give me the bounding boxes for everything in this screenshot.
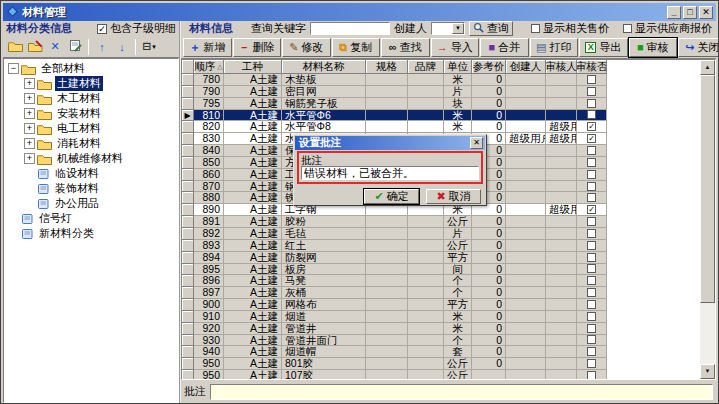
row-selector-cell[interactable]: [182, 169, 194, 181]
tree-item[interactable]: +安装材料: [4, 106, 178, 121]
ok-button[interactable]: ✔ 确定: [364, 189, 419, 204]
vertical-scrollbar[interactable]: ▲ ▼: [700, 60, 715, 379]
column-header-auditor[interactable]: 审核人: [546, 60, 577, 74]
move-up-button[interactable]: ↑: [92, 38, 112, 56]
audited-checkbox[interactable]: [587, 182, 596, 191]
collapse-icon[interactable]: −: [8, 63, 19, 74]
audited-checkbox[interactable]: [587, 158, 596, 167]
table-row[interactable]: 950A土建801胶公斤0: [182, 358, 607, 370]
maximize-button[interactable]: □: [683, 6, 697, 19]
关闭-button[interactable]: ↪关闭: [678, 38, 719, 57]
dialog-close-icon[interactable]: ✕: [470, 137, 483, 149]
audited-checkbox[interactable]: [587, 312, 596, 321]
audited-checkbox[interactable]: [587, 146, 596, 155]
row-selector-cell[interactable]: [182, 287, 194, 299]
expand-icon[interactable]: +: [24, 153, 35, 164]
audited-checkbox[interactable]: [587, 75, 596, 84]
cancel-button[interactable]: ✖ 取消: [426, 189, 481, 204]
tree-item[interactable]: +电工材料: [4, 121, 178, 136]
scroll-up-icon[interactable]: ▲: [700, 60, 715, 75]
audited-checkbox[interactable]: [587, 99, 596, 108]
audited-checkbox[interactable]: [587, 347, 596, 356]
creator-dropdown[interactable]: ▼: [431, 22, 465, 35]
row-selector-cell[interactable]: [182, 86, 194, 98]
tree-item[interactable]: 装饰材料: [4, 181, 178, 196]
查找-button[interactable]: ∞查找: [381, 38, 430, 57]
expand-icon[interactable]: +: [24, 138, 35, 149]
row-selector-cell[interactable]: [182, 216, 194, 228]
tree-item[interactable]: +机械维修材料: [4, 151, 178, 166]
row-selector-cell[interactable]: [182, 74, 194, 86]
audited-checkbox[interactable]: [587, 170, 596, 179]
audited-checkbox[interactable]: [587, 205, 596, 214]
search-button[interactable]: 查询: [469, 21, 513, 36]
audited-checkbox[interactable]: [587, 276, 596, 285]
column-header-job[interactable]: 工种: [224, 60, 282, 74]
审核-button[interactable]: ■审核: [629, 38, 678, 57]
column-header-name[interactable]: 材料名称: [282, 60, 366, 74]
column-header-spec[interactable]: 规格: [366, 60, 408, 74]
column-header-brand[interactable]: 品牌: [408, 60, 444, 74]
audited-checkbox[interactable]: [587, 122, 596, 131]
comment-dialog-titlebar[interactable]: 设置批注 ✕: [295, 136, 485, 150]
table-row[interactable]: 790A土建密目网片0: [182, 86, 607, 98]
audited-checkbox[interactable]: [587, 253, 596, 262]
row-selector-cell[interactable]: [182, 145, 194, 157]
audited-checkbox[interactable]: [587, 324, 596, 333]
row-selector-cell[interactable]: [182, 370, 194, 380]
minimize-button[interactable]: _: [667, 6, 681, 19]
table-row[interactable]: 920A土建管道井米0: [182, 323, 607, 335]
show-price-checkbox[interactable]: [531, 24, 540, 33]
table-row[interactable]: 893A土建红土公斤0: [182, 240, 607, 252]
audited-checkbox[interactable]: [587, 87, 596, 96]
dropdown-caret-icon[interactable]: ▾: [152, 43, 156, 51]
table-row[interactable]: 930A土建管道井面门个0: [182, 335, 607, 347]
复制-button[interactable]: ⧉复制: [332, 38, 381, 57]
table-row[interactable]: 940A土建烟道帽套0: [182, 346, 607, 358]
keyword-input[interactable]: [310, 22, 390, 35]
table-row[interactable]: 891A土建胶粉公斤0: [182, 216, 607, 228]
edit-category-button[interactable]: [25, 38, 45, 56]
audited-checkbox[interactable]: [587, 288, 596, 297]
打印-button[interactable]: ▤打印: [530, 38, 579, 57]
tree-levels-button[interactable]: ⊟▾: [139, 38, 159, 56]
include-children-checkbox[interactable]: [97, 24, 107, 34]
row-selector-cell[interactable]: [182, 252, 194, 264]
column-header-seq[interactable]: 顺序△: [194, 60, 224, 74]
导出-button[interactable]: X导出: [579, 38, 628, 57]
audited-checkbox[interactable]: [587, 229, 596, 238]
row-selector-cell[interactable]: [182, 240, 194, 252]
row-selector-cell[interactable]: [182, 204, 194, 216]
audited-checkbox[interactable]: [587, 335, 596, 344]
scrollbar-thumb[interactable]: [700, 75, 715, 303]
expand-icon[interactable]: +: [24, 123, 35, 134]
table-row[interactable]: 894A土建防裂网平方0: [182, 252, 607, 264]
新增-button[interactable]: ＋新增: [183, 38, 232, 57]
audited-checkbox[interactable]: [587, 241, 596, 250]
scroll-down-icon[interactable]: ▼: [700, 364, 715, 379]
row-selector-cell[interactable]: [182, 157, 194, 169]
table-row[interactable]: 900A土建网格布平方0: [182, 299, 607, 311]
column-header-creator[interactable]: 创建人: [506, 60, 546, 74]
note-bar-input[interactable]: [210, 384, 713, 400]
show-supplier-checkbox[interactable]: [623, 24, 632, 33]
tree-item[interactable]: +土建材料: [4, 76, 178, 91]
修改-button[interactable]: ✎修改: [282, 38, 331, 57]
comment-input[interactable]: [301, 166, 479, 180]
导入-button[interactable]: →导入: [431, 38, 480, 57]
expand-icon[interactable]: +: [24, 108, 35, 119]
tree-item[interactable]: +木工材料: [4, 91, 178, 106]
expand-icon[interactable]: +: [24, 93, 35, 104]
expand-icon[interactable]: +: [24, 78, 35, 89]
row-selector-cell[interactable]: [182, 299, 194, 311]
audited-checkbox[interactable]: [587, 264, 596, 273]
合并-button[interactable]: ■合并: [480, 38, 529, 57]
table-row[interactable]: 897A土建灰桶个0: [182, 287, 607, 299]
add-category-button[interactable]: [5, 38, 25, 56]
row-selector-cell[interactable]: [182, 133, 194, 145]
table-row[interactable]: 910A土建烟道米0: [182, 311, 607, 323]
table-row[interactable]: 795A土建钢筋凳子板块0: [182, 98, 607, 110]
table-row[interactable]: 890A土建工字钢米0超级用.: [182, 204, 607, 216]
table-row[interactable]: 820A土建水平管Φ8米0超级用.: [182, 121, 607, 133]
table-row[interactable]: ▶810A土建水平管Φ6米0: [182, 110, 607, 122]
